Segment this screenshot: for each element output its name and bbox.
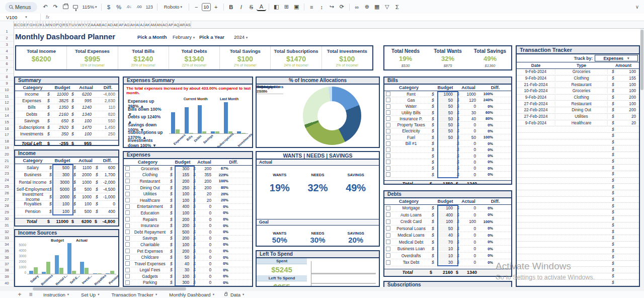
paint-format-icon[interactable] <box>71 2 80 12</box>
total-cell[interactable]: Total Subscriptions $1470 24% of Income! <box>271 46 321 69</box>
menus-button[interactable]: Menus <box>5 2 37 12</box>
row-header[interactable]: 14 <box>0 113 14 119</box>
checkbox[interactable] <box>386 226 390 231</box>
column-header[interactable]: AJ <box>140 21 145 29</box>
table-row[interactable]: Repairs $ 200 $ 0 0% <box>124 216 252 223</box>
font-select[interactable]: Roboto▾ <box>160 2 186 12</box>
column-header[interactable]: AK <box>145 21 150 29</box>
checkbox[interactable] <box>386 110 390 115</box>
checkbox[interactable] <box>386 253 390 258</box>
column-header[interactable]: AA <box>91 21 96 29</box>
table-row[interactable]: $ <box>517 209 639 216</box>
table-row[interactable]: Utility Bills $ 50 $ 30 60% <box>384 110 511 116</box>
column-header[interactable]: AS <box>186 21 191 29</box>
row-header[interactable]: 35 <box>0 248 14 255</box>
table-row[interactable]: Credit Card $ 100 $ 100 100% <box>384 218 511 226</box>
table-row[interactable]: Property Taxes $ 50 $ 0 0% <box>384 122 511 128</box>
row-header[interactable]: 13 <box>0 106 14 113</box>
checkbox[interactable] <box>125 236 130 241</box>
table-row[interactable]: Insurance $ 200 $ 0 0% <box>124 222 252 229</box>
checkbox[interactable] <box>125 179 130 183</box>
table-row[interactable]: Investment Income $ 2000 $ 1000 $ -1,000 <box>15 193 118 201</box>
row-header[interactable]: 21 <box>0 158 14 164</box>
table-row[interactable]: $ <box>517 133 639 139</box>
checkbox[interactable] <box>386 123 390 127</box>
decrease-font-size-icon[interactable]: − <box>192 2 201 12</box>
table-row[interactable]: Parking $ 300 $ 0 0% <box>124 280 252 286</box>
ratio-cell[interactable]: Total Needs 19% $530 <box>384 46 427 69</box>
table-row[interactable]: 27-Feb-2024 Utilities $20 <box>517 114 639 120</box>
table-row[interactable]: $ <box>517 159 639 165</box>
table-row[interactable]: $ $ 0 0% <box>384 166 511 172</box>
row-header[interactable]: 33 <box>0 235 14 242</box>
filter-icon[interactable]: ▽ <box>382 2 392 12</box>
table-row[interactable]: $ $ 0 0% <box>384 159 511 165</box>
print-icon[interactable] <box>61 2 70 12</box>
table-row[interactable]: $ <box>517 145 639 152</box>
table-row[interactable]: Clothing $ 155 $ 355 229% <box>124 172 252 179</box>
checkbox[interactable] <box>125 268 130 272</box>
text-rotate-icon[interactable]: ⟳ <box>337 2 347 12</box>
checkbox[interactable] <box>125 204 130 209</box>
sheet-tab[interactable]: Monthly Dashboard ▾ <box>163 291 218 298</box>
increase-font-size-icon[interactable]: + <box>211 2 221 12</box>
table-row[interactable]: Pet Expenses $ 200 $ 0 0% <box>124 248 252 255</box>
table-row[interactable]: $ <box>517 267 639 273</box>
table-row[interactable]: 9-Feb-2024 Clothing $200 <box>517 95 639 101</box>
column-header[interactable]: AF <box>119 21 124 29</box>
row-header[interactable]: 1 <box>0 29 14 35</box>
strikethrough-icon[interactable]: S <box>247 2 256 12</box>
table-row[interactable]: Water $ 50 $ 0 0% <box>384 104 511 110</box>
table-row[interactable]: Mortgage $ 100 $ 0 0% <box>384 205 511 212</box>
table-row[interactable]: $ <box>517 203 639 209</box>
hide-menus-icon[interactable]: ∨ <box>635 4 639 10</box>
table-row[interactable]: $ <box>517 222 639 229</box>
table-row[interactable]: Rental Income $ 3000 $ 1000 $ -2,000 <box>15 179 118 186</box>
horizontal-align-icon[interactable]: ≡ <box>307 2 316 12</box>
table-row[interactable]: Debts $ 2160 $ 1340 820 <box>15 111 118 118</box>
year-dropdown[interactable]: 2024 ▾ <box>234 34 248 40</box>
table-row[interactable]: Healthcare $ 100 $ 20 20% <box>124 197 252 204</box>
column-header[interactable]: AR <box>180 21 185 29</box>
increase-decimal-icon[interactable]: .00 <box>134 2 144 12</box>
table-row[interactable]: Groceries $ 300 $ 200 67% <box>124 166 252 172</box>
table-row[interactable]: $ <box>517 165 639 171</box>
text-color-icon[interactable]: A <box>257 3 266 11</box>
row-header[interactable]: 23 <box>0 171 14 177</box>
table-row[interactable]: Investments $ 350 $ 100 250 <box>15 131 118 137</box>
table-row[interactable]: 9-Feb-2024 Healthcare $20 <box>517 120 639 127</box>
row-header[interactable]: 24 <box>0 177 14 184</box>
ratio-cell[interactable]: Total Wants 32% $875 <box>427 46 469 69</box>
table-row[interactable]: 21-Feb-2024 Restaurant $100 <box>517 82 639 88</box>
table-row[interactable]: Salary $ 500 $ 1100 $ 600 <box>15 164 118 172</box>
checkbox[interactable] <box>386 172 390 177</box>
column-header[interactable]: AD <box>108 21 113 29</box>
table-row[interactable]: $ <box>517 235 639 242</box>
column-header[interactable]: AM <box>150 21 156 29</box>
table-row[interactable]: Restaurant $ 200 $ 200 100% <box>124 178 252 185</box>
summary-total-row[interactable]: Total Left $ -255 $ 955 <box>15 140 118 146</box>
row-header[interactable]: 3 <box>0 42 14 48</box>
table-row[interactable]: $ <box>517 139 639 146</box>
bold-icon[interactable]: B <box>226 2 236 12</box>
row-header[interactable]: 17 <box>0 132 14 138</box>
sheet-tab[interactable]: Data ▾ <box>220 291 248 298</box>
total-cell[interactable]: Total Debts $1340 22% of Income! <box>169 46 220 69</box>
row-header[interactable]: 40 <box>0 280 14 287</box>
font-size-input[interactable]: 10 <box>202 3 211 11</box>
checkbox[interactable] <box>125 166 130 171</box>
table-row[interactable]: Business Loan $ 10 $ 0 0% <box>384 246 511 253</box>
table-row[interactable]: Gas $ 50 $ 120 240% <box>384 97 511 103</box>
merge-cells-icon[interactable]: ▣ <box>292 2 301 12</box>
table-row[interactable]: Personal Loans $ 50 $ 0 0% <box>384 226 511 233</box>
sheet-tab[interactable]: Instruction ▾ <box>37 291 73 298</box>
row-header[interactable]: 12 <box>0 100 14 106</box>
row-header[interactable]: 8 <box>0 74 14 81</box>
checkbox[interactable] <box>386 247 390 251</box>
insert-comment-icon[interactable]: ⊕ <box>362 2 372 12</box>
column-header[interactable]: Q <box>59 21 62 29</box>
table-row[interactable]: $ <box>517 216 639 222</box>
row-header[interactable]: 37 <box>0 261 14 267</box>
sheet-tab[interactable]: Set Up ▾ <box>75 291 103 298</box>
total-cell[interactable]: Total Income $6200 <box>16 46 67 69</box>
